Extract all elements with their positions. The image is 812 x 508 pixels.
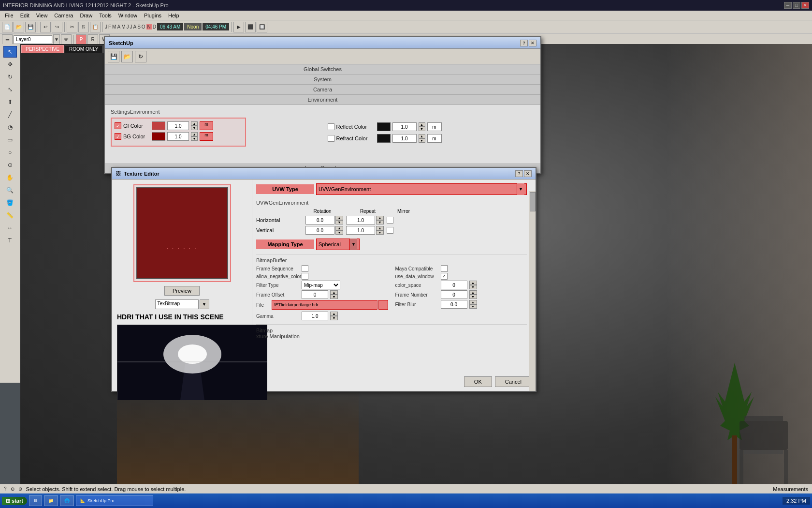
bg-color-m-btn[interactable]: m	[200, 132, 213, 141]
gi-color-spin-up[interactable]: ▲	[191, 121, 198, 126]
refract-value[interactable]	[392, 134, 417, 143]
menu-camera[interactable]: Camera	[51, 12, 76, 19]
menu-edit[interactable]: Edit	[17, 12, 32, 19]
cut-btn[interactable]: ✂	[67, 22, 77, 32]
gamma-input[interactable]	[302, 312, 328, 320]
menu-draw[interactable]: Draw	[77, 12, 95, 19]
preview-button[interactable]: Preview	[164, 286, 200, 296]
refract-spin-down[interactable]: ▼	[419, 138, 425, 143]
refract-checkbox[interactable]	[328, 135, 334, 142]
camera-section[interactable]: Camera	[105, 85, 540, 95]
file-browse-btn[interactable]: …	[378, 300, 388, 310]
frame-seq-checkbox[interactable]	[302, 265, 308, 272]
v-mirror-checkbox[interactable]	[387, 227, 393, 234]
panel-save-btn[interactable]: 💾	[108, 51, 119, 62]
v-rot-down[interactable]: ▼	[335, 230, 343, 235]
render2-btn[interactable]: ⬛	[245, 22, 256, 32]
filter-type-select[interactable]: Mip-map	[302, 281, 340, 289]
v-rot-up[interactable]: ▲	[335, 226, 343, 230]
mapping-type-select[interactable]: Spherical ▼	[316, 239, 360, 250]
menu-view[interactable]: View	[33, 12, 51, 19]
v-repeat-input[interactable]	[346, 226, 375, 235]
render3-btn[interactable]: 🔲	[257, 22, 267, 32]
h-repeat-input[interactable]	[346, 216, 375, 224]
menu-file[interactable]: File	[2, 12, 16, 19]
h-rep-up[interactable]: ▲	[376, 216, 384, 220]
uvw-type-dropdown-arrow[interactable]: ▼	[517, 183, 524, 195]
te-help-btn[interactable]: ?	[515, 170, 523, 177]
fn-up[interactable]: ▲	[469, 290, 477, 295]
reflect-color-swatch[interactable]	[377, 122, 391, 131]
undo-btn[interactable]: ↩	[40, 22, 51, 32]
refract-spin-up[interactable]: ▲	[419, 134, 425, 138]
environment-section[interactable]: Environment	[105, 95, 540, 105]
h-rotation-input[interactable]	[305, 216, 334, 224]
taskbar-item-3[interactable]: 🌐	[60, 495, 74, 506]
reflect-spin-up[interactable]: ▲	[419, 122, 425, 127]
color-space-input[interactable]	[441, 281, 467, 289]
panel-open-btn[interactable]: 📂	[121, 51, 133, 62]
taskbar-item-2[interactable]: 📁	[44, 495, 58, 506]
gi-color-spin-down[interactable]: ▼	[191, 126, 198, 130]
pan-tool[interactable]: ✋	[3, 172, 17, 183]
rotate-tool[interactable]: ↻	[3, 71, 17, 83]
filter-blur-input[interactable]	[441, 300, 467, 309]
refract-m-input[interactable]: m	[427, 134, 442, 143]
render-btn[interactable]: ▶	[233, 22, 244, 32]
fb-up[interactable]: ▲	[469, 300, 477, 304]
layer-arrow[interactable]: ▼	[53, 34, 60, 45]
minimize-btn[interactable]: ─	[784, 2, 792, 9]
open-btn[interactable]: 📂	[14, 22, 24, 32]
frame-offset-input[interactable]	[302, 290, 328, 299]
vis-btn[interactable]: 👁	[61, 34, 72, 45]
gi-color-swatch[interactable]	[152, 121, 165, 130]
menu-tools[interactable]: Tools	[96, 12, 115, 19]
measure-tool[interactable]: 📏	[3, 209, 17, 221]
reflect-checkbox[interactable]	[328, 123, 334, 130]
h-rot-down[interactable]: ▼	[335, 220, 343, 224]
push-pull-tool[interactable]: ⬆	[3, 96, 17, 108]
file-input[interactable]: \ETfieldairportlarge.hdr	[272, 300, 377, 310]
line-tool[interactable]: ╱	[3, 109, 17, 120]
bg-color-checkbox[interactable]: ✓	[115, 133, 121, 140]
dimension-tool[interactable]: ↔	[3, 222, 17, 234]
reflect-value[interactable]	[392, 122, 417, 131]
gamma-up[interactable]: ▲	[330, 312, 338, 316]
fn-down[interactable]: ▼	[469, 295, 477, 299]
frame-number-input[interactable]	[441, 290, 467, 299]
paint-tool[interactable]: 🪣	[3, 197, 17, 209]
orbit-tool[interactable]: ⊙	[3, 159, 17, 171]
arc-tool[interactable]: ◔	[3, 121, 17, 133]
panel-close-btn[interactable]: ✕	[529, 40, 536, 46]
rect-tool[interactable]: ▭	[3, 134, 17, 146]
system-section[interactable]: System	[105, 75, 540, 85]
cancel-button[interactable]: Cancel	[495, 376, 532, 387]
maya-compat-checkbox[interactable]	[441, 265, 448, 272]
h-mirror-checkbox[interactable]	[387, 217, 393, 224]
scene-btn[interactable]: P	[76, 34, 87, 45]
cs-up[interactable]: ▲	[469, 281, 477, 285]
tab-perspective[interactable]: PERSPECTIVE	[21, 45, 64, 53]
reflect-spin-down[interactable]: ▼	[419, 127, 425, 131]
v-rep-up[interactable]: ▲	[376, 226, 384, 230]
select-tool[interactable]: ↖	[3, 46, 17, 58]
uvw-type-select[interactable]: UVWGenEnvironment ▼	[316, 183, 527, 195]
panel-help-btn[interactable]: ?	[520, 40, 528, 46]
te-close-btn[interactable]: ✕	[524, 170, 532, 177]
v-rotation-input[interactable]	[305, 226, 334, 235]
copy-btn[interactable]: ⎘	[78, 22, 89, 32]
mapping-dropdown-arrow[interactable]: ▼	[349, 239, 357, 250]
ok-button[interactable]: OK	[464, 376, 492, 387]
te-scrollbar[interactable]	[529, 191, 536, 391]
panel-refresh-btn[interactable]: ↻	[135, 51, 146, 62]
text-tool[interactable]: T	[3, 235, 17, 246]
v-rep-down[interactable]: ▼	[376, 230, 384, 235]
layer-icon[interactable]: ☰	[2, 34, 13, 45]
taskbar-item-1[interactable]: 🖥	[29, 495, 42, 506]
redo-btn[interactable]: ↪	[52, 22, 62, 32]
tex-type-arrow[interactable]: ▼	[200, 299, 209, 309]
save-btn[interactable]: 💾	[25, 22, 36, 32]
paste-btn[interactable]: 📋	[90, 22, 101, 32]
start-button[interactable]: ⊞ start	[2, 497, 27, 505]
menu-plugins[interactable]: Plugins	[141, 12, 164, 19]
